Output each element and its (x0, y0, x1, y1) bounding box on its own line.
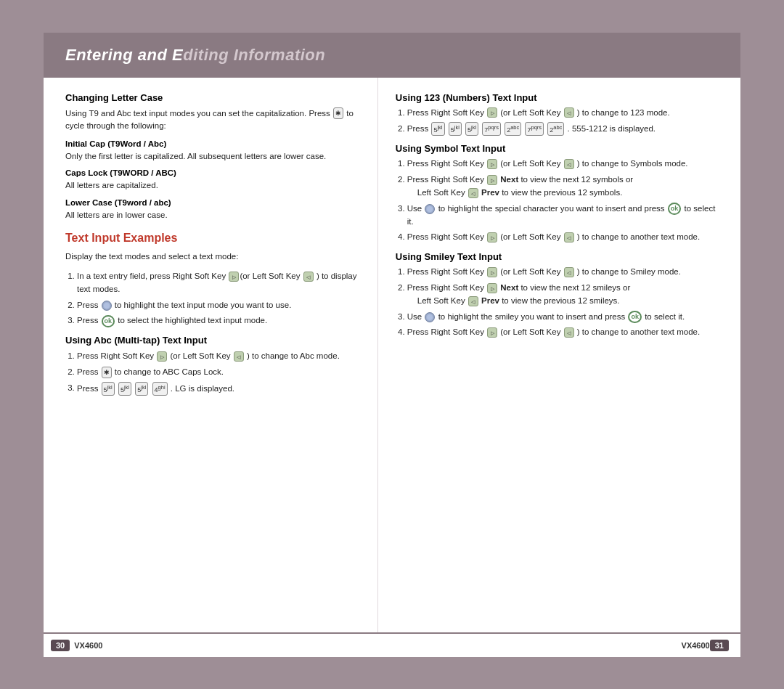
text-input-examples-section: Text Input Examples Display the text mod… (65, 232, 360, 328)
changing-letter-case-section: Changing Letter Case Using T9 and Abc te… (65, 92, 360, 221)
list-item: Press Right Soft Key ▷ (or Left Soft Key… (407, 326, 719, 339)
list-item: Press Right Soft Key ▷ (or Left Soft Key… (77, 350, 360, 363)
changing-letter-case-body: Using T9 and Abc text input modes you ca… (65, 107, 360, 133)
caps-lock-title: Caps Lock (T9WORD / ABC) (65, 168, 360, 177)
right-model-name: VX4600 (682, 641, 710, 650)
content-area: Changing Letter Case Using T9 and Abc te… (44, 78, 740, 632)
right-soft-key-icon: ▷ (487, 175, 497, 185)
right-soft-key-icon: ▷ (487, 327, 497, 338)
left-soft-key-icon: ◁ (564, 267, 574, 277)
right-soft-key-icon: ▷ (157, 351, 167, 362)
left-soft-key-icon: ◁ (234, 351, 244, 362)
prev-label: Prev (481, 296, 499, 305)
list-item: Press to highlight the text input mode y… (77, 299, 360, 312)
left-column: Changing Letter Case Using T9 and Abc te… (44, 78, 378, 632)
list-item: Press Right Soft Key ▷ Next to view the … (407, 174, 719, 200)
right-page-number: 31 (710, 640, 729, 651)
header: Entering and Editing Information (44, 33, 740, 78)
left-soft-key-icon: ◁ (468, 188, 478, 198)
right-soft-key-icon: ▷ (229, 272, 239, 282)
key-2b: 2abc (547, 122, 564, 136)
header-title: Entering and Editing Information (65, 46, 719, 65)
next-label: Next (500, 283, 518, 292)
initial-cap-title: Initial Cap (T9Word / Abc) (65, 139, 360, 148)
using-123-section: Using 123 (Numbers) Text Input Press Rig… (396, 92, 719, 136)
footer: 30 VX4600 VX4600 31 (44, 632, 740, 657)
prev-label: Prev (481, 188, 499, 197)
abc-list: Press Right Soft Key ▷ (or Left Soft Key… (65, 350, 360, 396)
list-item: Press Right Soft Key ▷ (or Left Soft Key… (407, 158, 719, 171)
prev-note: Left Soft Key ◁ Prev to view the previou… (417, 295, 719, 308)
footer-right: VX4600 31 (378, 640, 740, 651)
using-symbol-title: Using Symbol Text Input (396, 143, 719, 154)
list-item: Press 5jkl 5jkl 5jkl 4ghi . LG is displa… (77, 382, 360, 396)
list-item: Press Right Soft Key ▷ (or Left Soft Key… (407, 231, 719, 244)
star-key-icon: ✱ (333, 107, 343, 119)
list-item: Press Right Soft Key ▷ (or Left Soft Key… (407, 107, 719, 120)
using-smiley-title: Using Smiley Text Input (396, 251, 719, 262)
key-7: 7pqrs (482, 122, 501, 136)
list-item: Use to highlight the smiley you want to … (407, 311, 719, 324)
left-model-name: VX4600 (74, 641, 102, 650)
right-soft-key-icon: ▷ (487, 107, 497, 118)
nav-icon (102, 301, 112, 311)
key-5a2: 5jkl (431, 122, 444, 136)
list-item: Press Right Soft Key ▷ Next to view the … (407, 282, 719, 308)
abc-multitap-section: Using Abc (Multi-tap) Text Input Press R… (65, 335, 360, 396)
ok-icon: ok (628, 311, 642, 323)
caps-lock-body: All letters are capitalized. (65, 179, 360, 192)
using-smiley-section: Using Smiley Text Input Press Right Soft… (396, 251, 719, 339)
key-5c2: 5jkl (465, 122, 478, 136)
text-input-list: In a text entry field, press Right Soft … (65, 270, 360, 327)
page-container: Entering and Editing Information Changin… (44, 33, 740, 657)
using-symbol-section: Using Symbol Text Input Press Right Soft… (396, 143, 719, 244)
text-input-examples-title: Text Input Examples (65, 232, 360, 245)
left-soft-key-icon: ◁ (468, 296, 478, 306)
using-symbol-list: Press Right Soft Key ▷ (or Left Soft Key… (396, 158, 719, 244)
left-soft-key-icon: ◁ (564, 232, 574, 242)
list-item: Use to highlight the special character y… (407, 203, 719, 229)
key-5b2: 5jkl (449, 122, 462, 136)
using-123-list: Press Right Soft Key ▷ (or Left Soft Key… (396, 107, 719, 136)
nav-icon (425, 204, 435, 214)
initial-cap-body: Only the first letter is capitalized. Al… (65, 150, 360, 163)
left-page-number: 30 (51, 640, 70, 651)
key-4: 4ghi (152, 382, 168, 396)
using-123-title: Using 123 (Numbers) Text Input (396, 92, 719, 103)
right-soft-key-icon: ▷ (487, 159, 497, 169)
right-soft-key-icon: ▷ (487, 267, 497, 277)
prev-note: Left Soft Key ◁ Prev to view the previou… (417, 187, 719, 200)
using-smiley-list: Press Right Soft Key ▷ (or Left Soft Key… (396, 266, 719, 339)
right-soft-key-icon: ▷ (487, 232, 497, 242)
right-column: Using 123 (Numbers) Text Input Press Rig… (378, 78, 740, 632)
footer-left: 30 VX4600 (44, 640, 378, 651)
list-item: Press ok to select the highlighted text … (77, 314, 360, 327)
text-input-intro: Display the text modes and select a text… (65, 250, 360, 263)
right-soft-key-icon: ▷ (487, 283, 497, 293)
nav-icon (425, 312, 435, 322)
left-soft-key-icon: ◁ (564, 107, 574, 118)
key-2a: 2abc (505, 122, 521, 136)
ok-icon: ok (668, 203, 682, 215)
list-item: In a text entry field, press Right Soft … (77, 270, 360, 296)
ok-icon: ok (102, 315, 115, 327)
key-5a: 5jkl (102, 382, 115, 396)
lower-case-title: Lower Case (T9word / abc) (65, 198, 360, 207)
left-soft-key-icon: ◁ (564, 327, 574, 338)
list-item: Press Right Soft Key ▷ (or Left Soft Key… (407, 266, 719, 279)
changing-letter-case-title: Changing Letter Case (65, 92, 360, 103)
key-7b: 7pqrs (525, 122, 544, 136)
abc-multitap-title: Using Abc (Multi-tap) Text Input (65, 335, 360, 346)
key-5b: 5jkl (118, 382, 131, 396)
list-item: Press 5jkl 5jkl 5jkl 7pqrs 2abc 7pqrs 2a… (407, 122, 719, 136)
left-soft-key-icon: ◁ (303, 272, 314, 282)
left-soft-key-icon: ◁ (564, 159, 574, 169)
next-label: Next (500, 175, 518, 184)
lower-case-body: All letters are in lower case. (65, 209, 360, 221)
key-5c: 5jkl (135, 382, 148, 396)
list-item: Press ✱ to change to ABC Caps Lock. (77, 366, 360, 379)
star-key-icon: ✱ (102, 367, 112, 378)
